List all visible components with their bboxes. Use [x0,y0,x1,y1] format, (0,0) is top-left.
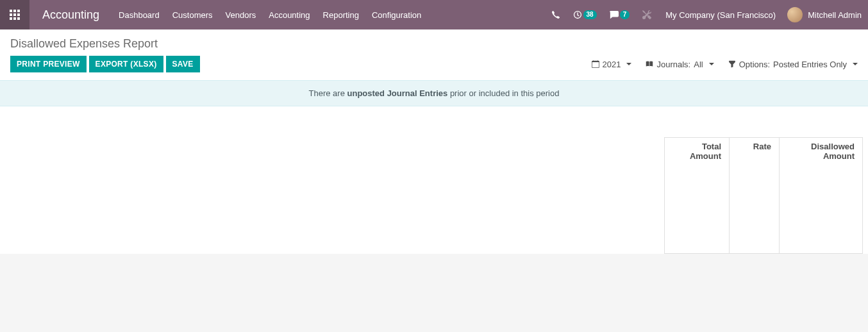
user-name: Mitchell Admin [808,10,862,20]
filter-date-value: 2021 [603,60,621,69]
filter-options[interactable]: Options: Posted Entries Only [728,60,858,69]
user-menu[interactable]: Mitchell Admin [783,0,868,29]
page-title: Disallowed Expenses Report [10,37,858,51]
info-alert[interactable]: There are unposted Journal Entries prior… [0,80,868,106]
svg-rect-4 [13,13,16,16]
filter-options-value: Posted Entries Only [773,60,847,69]
svg-rect-8 [17,17,20,20]
caret-down-icon [709,63,714,65]
alert-bold: unposted Journal Entries [347,88,448,98]
svg-rect-0 [10,10,12,12]
menu-dashboard[interactable]: Dashboard [112,0,166,29]
nav-right: 38 7 My Company (San Francisco) Mitchell… [545,0,868,29]
print-preview-button[interactable]: Print Preview [10,56,87,72]
filter-options-label: Options: [739,60,770,69]
svg-rect-7 [13,17,16,20]
main-menu: Dashboard Customers Vendors Accounting R… [112,0,428,29]
book-icon [646,60,653,68]
action-buttons: Print Preview Export (XLSX) Save [10,56,200,72]
filter-date[interactable]: 2021 [592,60,632,69]
col-rate: Rate [729,138,779,253]
svg-rect-2 [17,10,20,12]
svg-rect-3 [10,13,12,16]
activities-badge: 38 [583,10,597,19]
filters-bar: 2021 Journals: All Options: Posted Entri… [592,60,858,69]
svg-rect-6 [10,17,12,20]
svg-rect-1 [13,10,16,12]
col-total-amount: Total Amount [665,138,729,253]
avatar-icon [787,7,803,22]
filter-journals-label: Journals: [656,60,690,69]
footer-space [0,254,868,332]
svg-rect-5 [17,13,20,16]
company-selector[interactable]: My Company (San Francisco) [658,10,783,20]
actions-row: Print Preview Export (XLSX) Save 2021 Jo… [0,56,868,80]
caret-down-icon [853,63,858,65]
breadcrumb: Disallowed Expenses Report [0,29,868,56]
menu-configuration[interactable]: Configuration [365,0,428,29]
alert-suffix: prior or included in this period [447,88,559,98]
filter-icon [728,60,736,68]
content-area: Disallowed Expenses Report Print Preview… [0,29,868,254]
activities-icon[interactable]: 38 [567,0,603,29]
col-disallowed-amount: Disallowed Amount [779,138,862,253]
app-title[interactable]: Accounting [29,8,112,22]
phone-icon[interactable] [545,0,567,29]
report-table: Total Amount Rate Disallowed Amount [0,106,868,254]
messages-icon[interactable]: 7 [603,0,637,29]
calendar-icon [592,60,599,68]
save-button[interactable]: Save [166,56,200,72]
menu-vendors[interactable]: Vendors [219,0,263,29]
tools-icon[interactable] [636,0,658,29]
menu-accounting[interactable]: Accounting [262,0,316,29]
messages-badge: 7 [620,10,630,19]
alert-prefix: There are [309,88,347,98]
table-header-row: Total Amount Rate Disallowed Amount [664,137,863,254]
apps-menu-icon[interactable] [0,0,29,29]
filter-journals[interactable]: Journals: All [646,60,714,69]
menu-reporting[interactable]: Reporting [317,0,365,29]
caret-down-icon [626,63,631,65]
top-navbar: Accounting Dashboard Customers Vendors A… [0,0,868,29]
filter-journals-value: All [694,60,703,69]
export-xlsx-button[interactable]: Export (XLSX) [89,56,163,72]
menu-customers[interactable]: Customers [166,0,219,29]
